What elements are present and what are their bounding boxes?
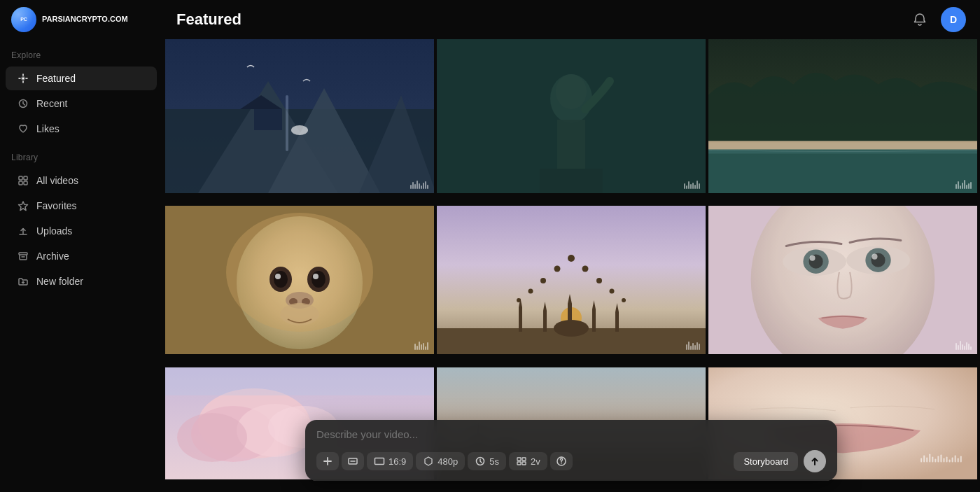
svg-rect-105 (940, 454, 941, 462)
topbar-right: D (907, 7, 966, 32)
svg-point-86 (177, 413, 247, 462)
sidebar-item-favorites[interactable]: Favorites (6, 194, 157, 218)
svg-point-55 (610, 289, 615, 294)
library-section-label: Library (0, 141, 162, 168)
help-button[interactable] (550, 452, 573, 470)
svg-point-57 (622, 298, 626, 302)
waveform-2 (678, 175, 706, 193)
quality-button[interactable]: 480p (416, 452, 465, 470)
svg-rect-99 (923, 455, 925, 462)
svg-point-49 (568, 255, 575, 262)
svg-point-42 (275, 274, 281, 279)
svg-rect-62 (543, 311, 547, 332)
svg-point-70 (554, 320, 589, 337)
thumb-art-5 (437, 206, 706, 354)
topbar: Featured D (162, 0, 980, 39)
sidebar-header: PC PARSIANCRYPTO.COM (0, 0, 162, 39)
thumb-art-4 (165, 206, 434, 354)
explore-section-label: Explore (0, 39, 162, 66)
svg-rect-8 (24, 176, 27, 180)
sidebar-item-likes[interactable]: Likes (6, 117, 157, 141)
thumb-art-6 (708, 206, 977, 354)
send-icon (810, 456, 820, 466)
video-card-4[interactable] (165, 206, 434, 354)
svg-rect-100 (926, 457, 927, 462)
svg-point-51 (582, 266, 589, 272)
style-icon (347, 456, 358, 467)
send-button[interactable] (804, 450, 826, 472)
plus-icon (322, 456, 333, 467)
style-button[interactable] (342, 452, 364, 470)
svg-rect-108 (949, 459, 951, 462)
aspect-ratio-button[interactable]: 16:9 (367, 452, 413, 470)
video-card-5[interactable] (437, 206, 706, 354)
svg-rect-12 (19, 253, 27, 255)
logo[interactable]: PC (11, 7, 36, 32)
prompt-bar: 16:9 480p 5s (305, 420, 837, 481)
sidebar-item-label-recent: Recent (36, 98, 67, 109)
svg-point-124 (561, 463, 562, 464)
add-button[interactable] (316, 452, 339, 470)
views-button[interactable]: 2v (509, 452, 547, 470)
video-card-3[interactable] (708, 39, 977, 193)
svg-rect-66 (592, 309, 596, 332)
svg-rect-117 (375, 458, 384, 465)
svg-rect-81 (708, 206, 977, 354)
sidebar-item-label-featured: Featured (36, 73, 76, 84)
svg-rect-120 (522, 458, 526, 461)
notifications-button[interactable] (907, 7, 932, 32)
svg-rect-106 (943, 458, 944, 462)
waveform-5 (680, 336, 706, 354)
avatar-letter: D (950, 14, 957, 25)
prompt-toolbar: 16:9 480p 5s (316, 450, 826, 472)
svg-point-1 (22, 78, 24, 80)
svg-point-52 (540, 278, 546, 283)
waveform-3 (950, 175, 977, 193)
uploads-icon (17, 225, 29, 237)
svg-rect-101 (929, 454, 930, 462)
user-avatar-button[interactable]: D (941, 7, 966, 32)
thumb-art-3 (708, 39, 977, 193)
recent-icon (17, 97, 29, 110)
prompt-input[interactable] (316, 428, 826, 447)
aspect-ratio-value: 16:9 (388, 456, 406, 467)
svg-marker-11 (19, 202, 28, 211)
video-card-2[interactable] (437, 39, 706, 193)
video-card-1[interactable] (165, 39, 434, 193)
sidebar-item-label-favorites: Favorites (36, 200, 77, 211)
sidebar-item-label-likes: Likes (36, 123, 59, 134)
storyboard-button[interactable]: Storyboard (734, 452, 798, 471)
views-icon (516, 456, 527, 467)
logo-text: PARSIANCRYPTO.COM (42, 15, 128, 24)
new-folder-icon (17, 275, 29, 288)
svg-rect-121 (517, 462, 521, 465)
svg-point-41 (312, 271, 326, 288)
svg-point-54 (528, 289, 533, 294)
sidebar-item-new-folder[interactable]: New folder (6, 269, 157, 293)
waveform-6 (950, 336, 977, 354)
svg-rect-104 (937, 456, 939, 462)
svg-rect-122 (522, 462, 526, 465)
svg-rect-30 (437, 39, 706, 193)
svg-rect-109 (952, 457, 953, 462)
video-card-6[interactable] (708, 206, 977, 354)
sidebar-item-all-videos[interactable]: All videos (6, 169, 157, 192)
help-icon (556, 456, 567, 467)
sidebar-item-label-new-folder: New folder (36, 276, 83, 287)
svg-rect-9 (19, 181, 22, 185)
views-value: 2v (531, 456, 540, 467)
likes-icon (17, 122, 29, 135)
svg-rect-112 (960, 456, 962, 462)
sidebar-item-uploads[interactable]: Uploads (6, 219, 157, 243)
svg-rect-23 (286, 95, 288, 151)
sidebar-item-archive[interactable]: Archive (6, 244, 157, 268)
quality-icon (423, 456, 434, 467)
svg-rect-60 (519, 307, 522, 332)
thumb-art-2 (437, 39, 706, 193)
sidebar-item-recent[interactable]: Recent (6, 92, 157, 115)
duration-button[interactable]: 5s (468, 452, 506, 470)
sidebar-item-featured[interactable]: Featured (6, 66, 157, 90)
sidebar-item-label-uploads: Uploads (36, 225, 72, 237)
duration-value: 5s (489, 456, 499, 467)
sidebar-item-label-archive: Archive (36, 251, 69, 262)
